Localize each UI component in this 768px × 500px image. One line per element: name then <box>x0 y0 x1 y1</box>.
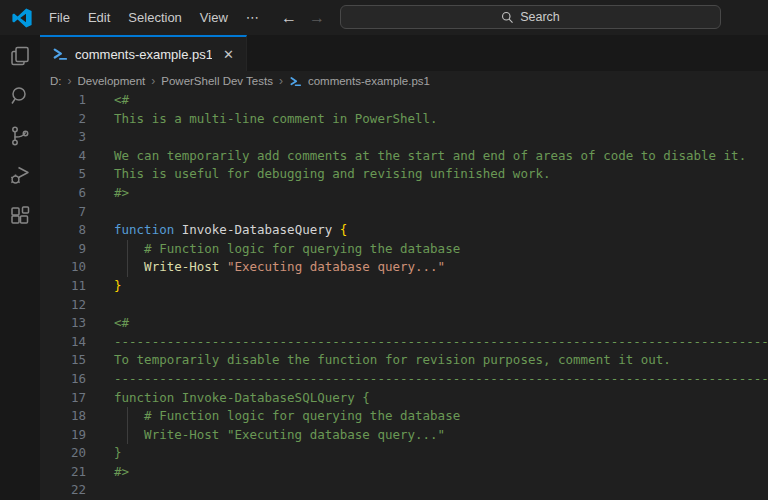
main-area: comments-example.ps1 ✕ D: › Development … <box>0 35 768 500</box>
code-line[interactable]: 16--------------------------------------… <box>40 370 768 389</box>
line-number: 10 <box>40 258 86 277</box>
indent-guide <box>127 258 128 277</box>
code-token-comment: <# <box>114 315 129 330</box>
menu-more-ellipsis-icon[interactable]: ⋯ <box>237 6 268 30</box>
menu-bar: File Edit Selection View ⋯ <box>40 6 268 30</box>
code-token-comment: #> <box>114 185 129 200</box>
line-number: 20 <box>40 444 86 463</box>
line-content: <# <box>114 314 129 333</box>
code-line[interactable]: 3 <box>40 128 768 147</box>
code-token-brace: { <box>340 222 348 237</box>
line-content: # Function logic for querying the databa… <box>114 240 460 259</box>
code-line[interactable]: 20} <box>40 444 768 463</box>
code-line[interactable]: 19 Write-Host "Executing database query.… <box>40 426 768 445</box>
line-content: Write-Host "Executing database query..." <box>114 426 445 445</box>
extensions-icon[interactable] <box>8 204 32 228</box>
line-number: 18 <box>40 407 86 426</box>
line-content: function Invoke-DatabaseSQLQuery { <box>114 389 370 408</box>
run-and-debug-icon[interactable] <box>8 164 32 188</box>
tab-close-icon[interactable]: ✕ <box>219 46 238 63</box>
code-line[interactable]: 12 <box>40 296 768 315</box>
code-token-comment: This is useful for debugging and revisin… <box>114 166 551 181</box>
line-content: } <box>114 277 122 296</box>
code-line[interactable]: 22 <box>40 481 768 500</box>
breadcrumb-segment-drive[interactable]: D: <box>50 75 62 87</box>
line-number: 13 <box>40 314 86 333</box>
title-bar: File Edit Selection View ⋯ ← → Search <box>0 0 768 35</box>
line-content: This is useful for debugging and revisin… <box>114 165 551 184</box>
line-content: <# <box>114 91 129 110</box>
line-number: 16 <box>40 370 86 389</box>
code-line[interactable]: 13<# <box>40 314 768 333</box>
breadcrumb-segment-development[interactable]: Development <box>78 75 146 87</box>
line-content: #> <box>114 184 129 203</box>
line-number: 8 <box>40 221 86 240</box>
chevron-right-icon: › <box>68 74 72 88</box>
menu-item-selection[interactable]: Selection <box>119 6 190 30</box>
code-token-comment: } <box>114 445 122 460</box>
code-line[interactable]: 2This is a multi-line comment in PowerSh… <box>40 110 768 129</box>
line-number: 17 <box>40 389 86 408</box>
menu-item-edit[interactable]: Edit <box>79 6 119 30</box>
code-token-comment: ----------------------------------------… <box>114 334 768 349</box>
chevron-right-icon: › <box>279 74 283 88</box>
line-number: 2 <box>40 110 86 129</box>
code-token-plain <box>114 259 144 274</box>
line-content: ----------------------------------------… <box>114 370 768 389</box>
code-editor[interactable]: 1<#2This is a multi-line comment in Powe… <box>40 91 768 500</box>
source-control-icon[interactable] <box>8 124 32 148</box>
code-line[interactable]: 9 # Function logic for querying the data… <box>40 240 768 259</box>
breadcrumb-segment-powershell-dev-tests[interactable]: PowerShell Dev Tests <box>161 75 273 87</box>
navigate-back-icon[interactable]: ← <box>281 9 297 27</box>
line-number: 7 <box>40 203 86 222</box>
breadcrumb-file[interactable]: comments-example.ps1 <box>308 75 430 87</box>
line-number: 5 <box>40 165 86 184</box>
code-line[interactable]: 21#> <box>40 463 768 482</box>
line-number: 6 <box>40 184 86 203</box>
code-token-plain: Invoke-DatabaseQuery <box>174 222 340 237</box>
vscode-logo-icon <box>12 8 32 28</box>
line-number: 4 <box>40 147 86 166</box>
code-token-comment: <# <box>114 92 129 107</box>
indent-guide <box>127 240 128 259</box>
chevron-right-icon: › <box>151 74 155 88</box>
code-token-comment: function Invoke-DatabaseSQLQuery { <box>114 390 370 405</box>
code-token-comment: We can temporarily add comments at the s… <box>114 148 746 163</box>
menu-item-file[interactable]: File <box>40 6 79 30</box>
code-line[interactable]: 18 # Function logic for querying the dat… <box>40 407 768 426</box>
code-line[interactable]: 1<# <box>40 91 768 110</box>
line-number: 11 <box>40 277 86 296</box>
code-line[interactable]: 17function Invoke-DatabaseSQLQuery { <box>40 389 768 408</box>
command-center-search[interactable]: Search <box>340 5 721 29</box>
search-sidebar-icon[interactable] <box>8 84 32 108</box>
line-content: } <box>114 444 122 463</box>
code-line[interactable]: 4We can temporarily add comments at the … <box>40 147 768 166</box>
code-line[interactable]: 10 Write-Host "Executing database query.… <box>40 258 768 277</box>
code-token-comment: To temporarily disable the function for … <box>114 352 671 367</box>
indent-guide <box>127 426 128 445</box>
tab-comments-example[interactable]: comments-example.ps1 ✕ <box>40 35 247 71</box>
tab-bar: comments-example.ps1 ✕ <box>40 35 768 71</box>
code-line[interactable]: 14--------------------------------------… <box>40 333 768 352</box>
explorer-icon[interactable] <box>8 44 32 68</box>
editor-group: comments-example.ps1 ✕ D: › Development … <box>40 35 768 500</box>
code-line[interactable]: 8function Invoke-DatabaseQuery { <box>40 221 768 240</box>
code-line[interactable]: 11} <box>40 277 768 296</box>
code-token-comment: #> <box>114 464 129 479</box>
code-line[interactable]: 6#> <box>40 184 768 203</box>
code-token-comment: # Function logic for querying the databa… <box>114 408 460 423</box>
code-line[interactable]: 5This is useful for debugging and revisi… <box>40 165 768 184</box>
line-number: 14 <box>40 333 86 352</box>
search-placeholder: Search <box>520 10 560 24</box>
code-line[interactable]: 7 <box>40 203 768 222</box>
menu-item-view[interactable]: View <box>191 6 237 30</box>
code-token-keyword: function <box>114 222 174 237</box>
activity-bar <box>0 35 40 500</box>
line-number: 21 <box>40 463 86 482</box>
code-line[interactable]: 15To temporarily disable the function fo… <box>40 351 768 370</box>
code-token-comment: ----------------------------------------… <box>114 371 768 386</box>
line-number: 1 <box>40 91 86 110</box>
line-content: This is a multi-line comment in PowerShe… <box>114 110 438 129</box>
code-token-comment: # Function logic for querying the databa… <box>114 241 460 256</box>
line-number: 15 <box>40 351 86 370</box>
